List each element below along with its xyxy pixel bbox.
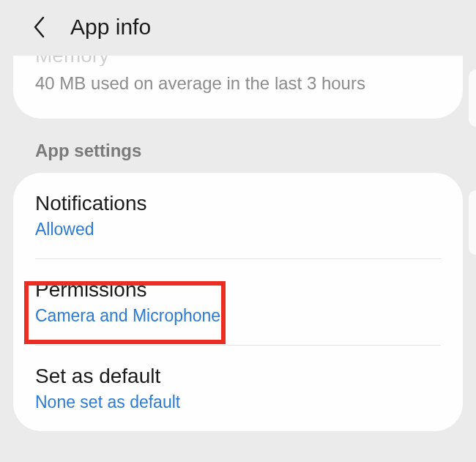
memory-card[interactable]: Memory 40 MB used on average in the last… [13, 56, 463, 119]
notifications-row[interactable]: Notifications Allowed [35, 173, 441, 258]
set-as-default-subtitle: None set as default [35, 392, 441, 412]
set-as-default-title: Set as default [35, 365, 441, 388]
section-header-app-settings: App settings [0, 119, 476, 173]
permissions-subtitle: Camera and Microphone [35, 306, 441, 326]
scrollbar-hint [469, 190, 476, 255]
notifications-subtitle: Allowed [35, 220, 441, 239]
permissions-title: Permissions [35, 278, 441, 302]
memory-title: Memory [35, 56, 441, 66]
app-bar: App info [0, 0, 476, 62]
permissions-row[interactable]: Permissions Camera and Microphone [35, 259, 441, 345]
back-icon[interactable] [29, 18, 48, 37]
memory-subtitle: 40 MB used on average in the last 3 hour… [35, 73, 441, 94]
page-title: App info [70, 15, 151, 40]
settings-card: Notifications Allowed Permissions Camera… [13, 173, 463, 431]
notifications-title: Notifications [35, 192, 441, 215]
set-as-default-row[interactable]: Set as default None set as default [35, 346, 441, 431]
scrollbar-hint [469, 70, 476, 127]
